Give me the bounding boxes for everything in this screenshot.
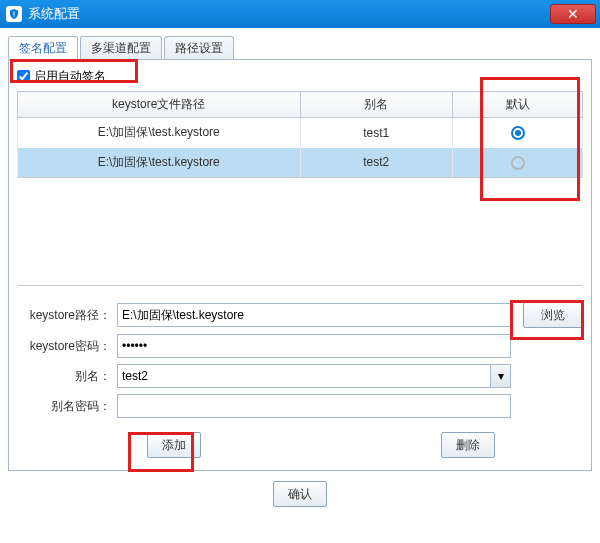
dropdown-button[interactable]: ▾: [490, 365, 510, 387]
tab-panel: 启用自动签名 keystore文件路径 别名 默认 E:\加固保\test: [8, 60, 592, 471]
auto-sign-checkbox[interactable]: [17, 70, 30, 83]
tab-bar: 签名配置 多渠道配置 路径设置: [8, 36, 592, 60]
alias-label: 别名：: [17, 368, 117, 385]
col-alias: 别名: [300, 92, 453, 118]
cell-path: E:\加固保\test.keystore: [18, 118, 301, 148]
close-button[interactable]: ✕: [550, 4, 596, 24]
keystore-path-label: keystore路径：: [17, 307, 117, 324]
auto-sign-checkbox-wrap[interactable]: 启用自动签名: [17, 68, 106, 85]
keystore-table-wrap: keystore文件路径 别名 默认 E:\加固保\test.keystore …: [17, 91, 583, 286]
cell-alias: test2: [300, 148, 453, 178]
close-icon: ✕: [567, 7, 579, 21]
titlebar: 系统配置 ✕: [0, 0, 600, 28]
confirm-button[interactable]: 确认: [273, 481, 327, 507]
auto-sign-label: 启用自动签名: [34, 68, 106, 85]
delete-button[interactable]: 删除: [441, 432, 495, 458]
window-title: 系统配置: [28, 5, 550, 23]
radio-default-icon[interactable]: [511, 126, 525, 140]
keystore-table: keystore文件路径 别名 默认 E:\加固保\test.keystore …: [17, 91, 583, 178]
alias-password-label: 别名密码：: [17, 398, 117, 415]
add-button[interactable]: 添加: [147, 432, 201, 458]
alias-select-value: test2: [118, 369, 490, 383]
browse-button[interactable]: 浏览: [523, 302, 583, 328]
radio-default-icon[interactable]: [511, 156, 525, 170]
table-row[interactable]: E:\加固保\test.keystore test2: [18, 148, 583, 178]
table-row[interactable]: E:\加固保\test.keystore test1: [18, 118, 583, 148]
col-path: keystore文件路径: [18, 92, 301, 118]
col-default: 默认: [453, 92, 583, 118]
chevron-down-icon: ▾: [498, 369, 504, 383]
alias-select[interactable]: test2 ▾: [117, 364, 511, 388]
tab-sign-config[interactable]: 签名配置: [8, 36, 78, 59]
tab-multichannel-config[interactable]: 多渠道配置: [80, 36, 162, 59]
keystore-password-label: keystore密码：: [17, 338, 117, 355]
keystore-path-input[interactable]: [117, 303, 511, 327]
cell-default[interactable]: [453, 118, 583, 148]
tab-path-settings[interactable]: 路径设置: [164, 36, 234, 59]
cell-path: E:\加固保\test.keystore: [18, 148, 301, 178]
cell-default[interactable]: [453, 148, 583, 178]
keystore-password-input[interactable]: [117, 334, 511, 358]
cell-alias: test1: [300, 118, 453, 148]
app-shield-icon: [6, 6, 22, 22]
alias-password-input[interactable]: [117, 394, 511, 418]
